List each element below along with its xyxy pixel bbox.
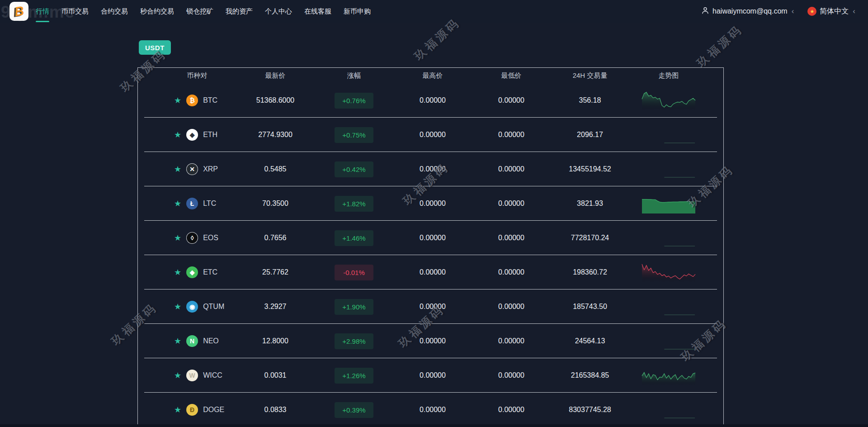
favorite-star-icon[interactable]: ★ — [174, 268, 181, 276]
nav-item-6[interactable]: 个人中心 — [265, 0, 292, 23]
volume-24h: 2165384.85 — [551, 371, 629, 380]
last-price: 0.0833 — [236, 406, 315, 414]
nav-item-3[interactable]: 秒合约交易 — [140, 0, 174, 23]
market-row-eos[interactable]: ★◊EOS0.7656+1.46%0.000000.000007728170.2… — [138, 221, 723, 255]
language-switcher[interactable]: ★ 简体中文 ‹ — [807, 7, 855, 16]
trend-chart-cell — [629, 262, 708, 283]
logo[interactable]: B — [9, 2, 28, 21]
high-price: 0.00000 — [393, 337, 472, 345]
change-cell: +0.76% — [315, 93, 393, 109]
pair-cell: ★✕XRP — [138, 163, 236, 175]
favorite-star-icon[interactable]: ★ — [174, 96, 181, 104]
coin-symbol: ETH — [203, 131, 217, 139]
nav-item-2[interactable]: 合约交易 — [101, 0, 128, 23]
high-price: 0.00000 — [393, 96, 472, 104]
market-row-ltc[interactable]: ★ŁLTC70.3500+1.82%0.000000.000003821.93 — [138, 186, 723, 221]
market-row-btc[interactable]: ★₿BTC51368.6000+0.76%0.000000.00000356.1… — [138, 83, 723, 118]
favorite-star-icon[interactable]: ★ — [174, 303, 181, 311]
change-badge: -0.01% — [335, 265, 373, 280]
nav-item-1[interactable]: 币币交易 — [61, 0, 89, 23]
high-price: 0.00000 — [393, 234, 472, 242]
low-price: 0.00000 — [472, 371, 551, 380]
coin-symbol: WICC — [203, 371, 222, 380]
nav-item-8[interactable]: 新币申购 — [344, 0, 371, 23]
last-price: 0.0031 — [236, 371, 315, 380]
eos-coin-icon: ◊ — [186, 232, 198, 244]
account-email: haiwaiymcom@qq.com — [712, 7, 788, 15]
watermark-tile: 玖福源码 — [694, 22, 745, 70]
trend-chart-cell — [629, 296, 708, 317]
column-header-0: 币种对 — [138, 71, 236, 80]
pair-cell: ★₿BTC — [138, 95, 236, 106]
pair-cell: ★ŁLTC — [138, 198, 236, 209]
coin-symbol: QTUM — [203, 303, 224, 311]
high-price: 0.00000 — [393, 131, 472, 139]
wicc-coin-icon: W — [186, 370, 198, 381]
nav-item-4[interactable]: 锁仓挖矿 — [186, 0, 213, 23]
change-cell: +0.75% — [315, 127, 393, 143]
change-cell: -0.01% — [315, 265, 393, 280]
sparkline-flat — [642, 331, 696, 351]
pair-cell: ★WWICC — [138, 370, 236, 381]
favorite-star-icon[interactable]: ★ — [174, 234, 181, 242]
change-cell: +2.98% — [315, 333, 393, 349]
last-price: 2774.9300 — [236, 131, 315, 139]
pair-cell: ★NNEO — [138, 335, 236, 347]
change-cell: +0.39% — [315, 402, 393, 418]
favorite-star-icon[interactable]: ★ — [174, 131, 181, 139]
change-badge: +2.98% — [335, 333, 373, 349]
favorite-star-icon[interactable]: ★ — [174, 165, 181, 173]
sparkline-flat — [642, 124, 696, 145]
trend-chart-cell — [629, 193, 708, 214]
last-price: 51368.6000 — [236, 96, 315, 104]
volume-24h: 83037745.28 — [551, 406, 629, 414]
favorite-star-icon[interactable]: ★ — [174, 371, 181, 380]
low-price: 0.00000 — [472, 234, 551, 242]
favorite-star-icon[interactable]: ★ — [174, 406, 181, 414]
change-badge: +1.26% — [335, 368, 373, 384]
sparkline-red — [642, 262, 696, 283]
favorite-star-icon[interactable]: ★ — [174, 199, 181, 208]
coin-symbol: NEO — [203, 337, 219, 345]
coin-symbol: EOS — [203, 234, 218, 242]
low-price: 0.00000 — [472, 199, 551, 208]
change-badge: +1.90% — [335, 299, 373, 315]
market-row-wicc[interactable]: ★WWICC0.0031+1.26%0.000000.000002165384.… — [138, 358, 723, 393]
pair-cell: ★◆ETH — [138, 129, 236, 141]
change-badge: +1.82% — [335, 196, 373, 212]
sparkline-green — [642, 365, 696, 386]
market-table: 币种对最新价涨幅最高价最低价24H 交易量走势图 ★₿BTC51368.6000… — [137, 67, 724, 427]
market-row-etc[interactable]: ★◆ETC25.7762-0.01%0.000000.00000198360.7… — [138, 255, 723, 289]
sparkline-flat — [642, 296, 696, 317]
coin-symbol: XRP — [203, 165, 218, 173]
market-row-qtum[interactable]: ★◉QTUM3.2927+1.90%0.000000.00000185743.5… — [138, 289, 723, 324]
tab-usdt[interactable]: USDT — [139, 40, 171, 55]
eth-coin-icon: ◆ — [186, 129, 198, 141]
change-cell: +1.46% — [315, 230, 393, 246]
high-price: 0.00000 — [393, 303, 472, 311]
trend-chart-cell — [629, 228, 708, 248]
market-row-doge[interactable]: ★ĐDOGE0.0833+0.39%0.000000.0000083037745… — [138, 393, 723, 427]
market-row-eth[interactable]: ★◆ETH2774.9300+0.75%0.000000.000002096.1… — [138, 118, 723, 152]
volume-24h: 24564.13 — [551, 337, 629, 345]
change-badge: +1.46% — [335, 230, 373, 246]
change-badge: +0.76% — [335, 93, 373, 109]
volume-24h: 185743.50 — [551, 303, 629, 311]
low-price: 0.00000 — [472, 96, 551, 104]
favorite-star-icon[interactable]: ★ — [174, 337, 181, 345]
nav-item-0[interactable]: 行情 — [36, 0, 49, 23]
market-row-neo[interactable]: ★NNEO12.8000+2.98%0.000000.0000024564.13 — [138, 324, 723, 358]
trend-chart-cell — [629, 399, 708, 420]
volume-24h: 13455194.52 — [551, 165, 629, 173]
last-price: 25.7762 — [236, 268, 315, 276]
volume-24h: 198360.72 — [551, 268, 629, 276]
last-price: 12.8000 — [236, 337, 315, 345]
account-menu[interactable]: haiwaiymcom@qq.com ‹ — [701, 6, 794, 16]
ltc-coin-icon: Ł — [186, 198, 198, 209]
nav-item-7[interactable]: 在线客服 — [304, 0, 331, 23]
high-price: 0.00000 — [393, 371, 472, 380]
change-cell: +1.90% — [315, 299, 393, 315]
trend-chart-cell — [629, 90, 708, 111]
nav-item-5[interactable]: 我的资产 — [226, 0, 253, 23]
market-row-xrp[interactable]: ★✕XRP0.5485+0.42%0.000000.0000013455194.… — [138, 152, 723, 186]
